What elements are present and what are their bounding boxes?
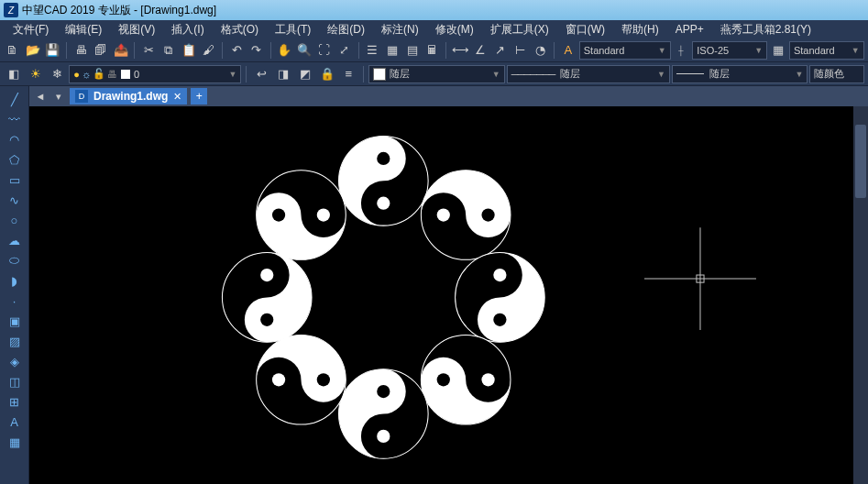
ellipse-arc-icon[interactable]: ◗ xyxy=(4,271,26,290)
text-style-combo[interactable]: Standard ▼ xyxy=(579,41,671,60)
paste-icon[interactable]: 📋 xyxy=(180,40,198,60)
separator xyxy=(66,42,67,59)
gradient-icon[interactable]: ◈ xyxy=(4,352,26,370)
publish-icon[interactable]: 📤 xyxy=(112,40,130,60)
arc-icon[interactable]: ◠ xyxy=(4,130,26,148)
dim-style-icon[interactable]: ⟊ xyxy=(673,40,691,60)
print-preview-icon[interactable]: 🗐 xyxy=(92,40,110,60)
layer-off-icon[interactable]: ◩ xyxy=(295,64,315,84)
circle-icon[interactable]: ○ xyxy=(4,211,26,229)
dim-style-value: ISO-25 xyxy=(697,45,729,56)
print-icon[interactable]: 🖶 xyxy=(71,40,90,60)
dim-rad-icon[interactable]: ◔ xyxy=(531,40,549,60)
menu-dimension[interactable]: 标注(N) xyxy=(374,20,426,39)
work-area: ╱ 〰 ◠ ⬠ ▭ ∿ ○ ☁ ⬭ ◗ · ▣ ▨ ◈ ◫ ⊞ A ▦ ◄ ▾ … xyxy=(0,86,868,484)
table-style-combo[interactable]: Standard ▼ xyxy=(789,41,864,60)
titlebar: Z 中望CAD 2019 专业版 - [Drawing1.dwg] xyxy=(0,0,868,20)
tab-dropdown-icon[interactable]: ▾ xyxy=(51,91,66,103)
menu-edit[interactable]: 编辑(E) xyxy=(58,20,109,39)
layer-prev-icon[interactable]: ↩ xyxy=(251,64,271,84)
layer-manager-icon[interactable]: ◧ xyxy=(4,64,24,84)
menu-tools[interactable]: 工具(T) xyxy=(268,20,318,39)
zoom-icon[interactable]: 🔍 xyxy=(295,40,313,60)
zoom-window-icon[interactable]: ⛶ xyxy=(315,40,334,60)
add-tab-button[interactable]: + xyxy=(191,88,207,104)
wipeout-icon[interactable]: ▦ xyxy=(4,433,26,451)
file-tab[interactable]: D Drawing1.dwg ✕ xyxy=(70,88,187,104)
line-icon[interactable]: ╱ xyxy=(4,90,26,108)
layer-iso-icon[interactable]: ◨ xyxy=(273,64,293,84)
ellipse-icon[interactable]: ⬭ xyxy=(4,251,26,270)
zoom-extents-icon[interactable]: ⤢ xyxy=(335,40,354,60)
chevron-down-icon: ▼ xyxy=(657,70,665,79)
toolbar-row-1: 🗎 📂 💾 🖶 🗐 📤 ✂ ⧉ 📋 🖌 ↶ ↷ ✋ 🔍 ⛶ ⤢ ☰ ▦ ▤ 🖩 … xyxy=(0,38,868,62)
design-center-icon[interactable]: ▦ xyxy=(383,40,401,60)
copy-icon[interactable]: ⧉ xyxy=(159,40,178,60)
lineweight-preview-icon xyxy=(676,73,704,74)
new-icon[interactable]: 🗎 xyxy=(4,40,22,60)
separator xyxy=(246,66,247,82)
plotstyle-combo[interactable]: 随颜色 xyxy=(809,65,863,83)
scrollbar-thumb[interactable] xyxy=(855,125,866,198)
layer-on-icon[interactable]: ☀ xyxy=(26,64,46,84)
region-icon[interactable]: ◫ xyxy=(4,372,26,390)
menu-yanxiu[interactable]: 燕秀工具箱2.81(Y) xyxy=(713,20,819,39)
dim-style-combo[interactable]: ISO-25 ▼ xyxy=(692,41,767,60)
main-panel: ◄ ▾ D Drawing1.dwg ✕ + xyxy=(29,86,868,484)
layer-combo[interactable]: ● ☼ 🔓 🖶 0 ▼ xyxy=(69,65,241,83)
window-title: 中望CAD 2019 专业版 - [Drawing1.dwg] xyxy=(22,3,216,18)
block-icon[interactable]: ▣ xyxy=(4,312,26,330)
menu-draw[interactable]: 绘图(D) xyxy=(320,20,372,39)
menu-help[interactable]: 帮助(H) xyxy=(614,20,666,39)
revcloud-icon[interactable]: ☁ xyxy=(4,231,26,249)
dim-linear-icon[interactable]: ⟷ xyxy=(451,40,469,60)
tool-palette-icon[interactable]: ▤ xyxy=(403,40,422,60)
open-icon[interactable]: 📂 xyxy=(24,40,42,60)
polygon-icon[interactable]: ⬠ xyxy=(4,150,26,169)
save-icon[interactable]: 💾 xyxy=(44,40,62,60)
dim-arrow-icon[interactable]: ↗ xyxy=(491,40,510,60)
table-icon[interactable]: ⊞ xyxy=(4,392,26,411)
mtext-icon[interactable]: A xyxy=(4,412,26,431)
match-icon[interactable]: 🖌 xyxy=(200,40,218,60)
menu-app[interactable]: APP+ xyxy=(668,21,711,38)
layer-freeze-icon[interactable]: ❄ xyxy=(48,64,68,84)
tab-prev-icon[interactable]: ◄ xyxy=(33,91,48,102)
dim-ord-icon[interactable]: ⊢ xyxy=(511,40,530,60)
spline-icon[interactable]: ∿ xyxy=(4,191,26,209)
dim-angle-icon[interactable]: ∠ xyxy=(471,40,489,60)
menu-insert[interactable]: 插入(I) xyxy=(164,20,211,39)
rectangle-icon[interactable]: ▭ xyxy=(4,170,26,189)
point-icon[interactable]: · xyxy=(4,292,26,310)
menu-file[interactable]: 文件(F) xyxy=(5,20,56,39)
layer-match-icon[interactable]: ≡ xyxy=(338,64,358,84)
vertical-scrollbar[interactable] xyxy=(853,106,868,484)
separator xyxy=(358,42,359,59)
calc-icon[interactable]: 🖩 xyxy=(423,40,442,60)
linetype-combo[interactable]: ─────── 随层 ▼ xyxy=(507,65,670,83)
color-combo[interactable]: 随层 ▼ xyxy=(368,65,505,83)
layer-name: 0 xyxy=(134,69,139,80)
table-style-value: Standard xyxy=(794,45,835,56)
menu-window[interactable]: 窗口(W) xyxy=(558,20,612,39)
menu-extend[interactable]: 扩展工具(X) xyxy=(483,20,556,39)
cut-icon[interactable]: ✂ xyxy=(139,40,158,60)
menu-modify[interactable]: 修改(M) xyxy=(428,20,481,39)
lineweight-combo[interactable]: 随层 ▼ xyxy=(672,65,808,83)
chevron-down-icon: ▼ xyxy=(658,46,666,55)
pan-icon[interactable]: ✋ xyxy=(276,40,294,60)
menu-view[interactable]: 视图(V) xyxy=(111,20,162,39)
properties-icon[interactable]: ☰ xyxy=(363,40,381,60)
redo-icon[interactable]: ↷ xyxy=(247,40,266,60)
undo-icon[interactable]: ↶ xyxy=(227,40,246,60)
table-style-icon[interactable]: ▦ xyxy=(769,40,787,60)
polyline-icon[interactable]: 〰 xyxy=(4,110,26,128)
text-style-icon[interactable]: A xyxy=(559,40,577,60)
sun-icon: ☼ xyxy=(82,69,91,80)
hatch-icon[interactable]: ▨ xyxy=(4,332,26,350)
drawing-canvas[interactable] xyxy=(29,106,868,484)
app-logo-icon: Z xyxy=(4,3,18,17)
layer-lock-icon[interactable]: 🔒 xyxy=(317,64,337,84)
menu-format[interactable]: 格式(O) xyxy=(214,20,266,39)
close-icon[interactable]: ✕ xyxy=(173,91,181,103)
